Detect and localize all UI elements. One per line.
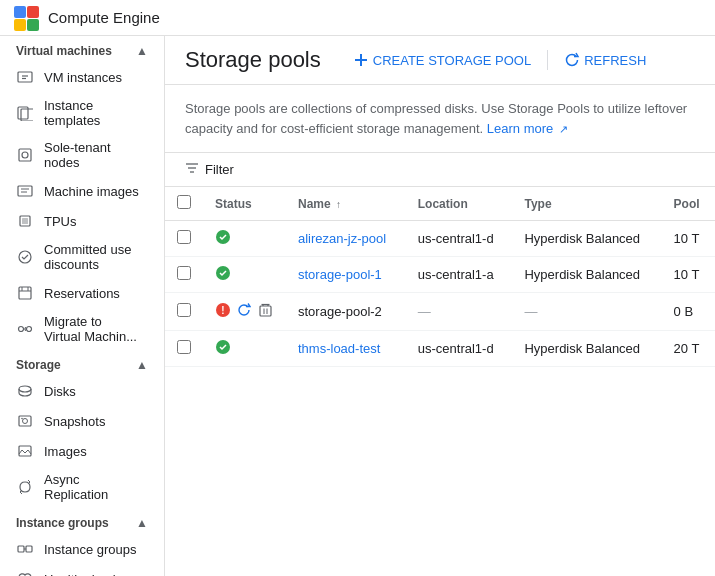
migrate-icon [16,320,34,338]
create-storage-pool-button[interactable]: CREATE STORAGE POOL [341,46,543,74]
sidebar-item-vm-instances[interactable]: VM instances [0,62,156,92]
row-checkbox[interactable] [177,303,191,317]
svg-rect-2 [14,19,26,31]
name-column-header[interactable]: Name ↑ [286,187,406,221]
sidebar-item-label: TPUs [44,214,77,229]
pool-cell: 0 B [662,293,715,331]
storage-pool-link[interactable]: thms-load-test [298,341,380,356]
sidebar-item-images[interactable]: Images [0,436,156,466]
name-cell: alirezan-jz-pool [286,221,406,257]
refresh-row-icon[interactable] [235,301,253,322]
select-all-header[interactable] [165,187,203,221]
storage-pools-table: Status Name ↑ Location Type [165,187,715,367]
sidebar-item-sole-tenant[interactable]: Sole-tenant nodes [0,134,156,176]
chevron-up-icon: ▲ [136,516,148,530]
sidebar-section-instance-groups: Instance groups ▲ [0,508,164,534]
svg-rect-9 [19,149,31,161]
svg-point-27 [21,418,23,420]
location-cell: us-central1-d [406,221,513,257]
svg-rect-25 [19,416,31,426]
status-ok-icon [215,339,231,358]
name-cell: thms-load-test [286,331,406,367]
machine-image-icon [16,182,34,200]
sidebar-item-label: Sole-tenant nodes [44,140,140,170]
add-icon [353,52,369,68]
commit-icon [16,248,34,266]
row-checkbox-cell [165,257,203,293]
svg-rect-4 [18,72,32,82]
svg-point-22 [27,327,32,332]
main-content: Storage pools CREATE STORAGE POOL REFRES… [165,36,715,576]
svg-rect-17 [19,287,31,299]
sole-icon [16,146,34,164]
status-cell [203,257,286,293]
row-checkbox[interactable] [177,266,191,280]
sidebar: Virtual machines ▲ VM instances Instance… [0,36,165,576]
storage-pool-link[interactable]: storage-pool-1 [298,267,382,282]
row-checkbox[interactable] [177,340,191,354]
pool-cell: 20 T [662,331,715,367]
sidebar-section-storage: Storage ▲ [0,350,164,376]
table-row: thms-load-testus-central1-dHyperdisk Bal… [165,331,715,367]
app-logo [12,4,40,32]
sidebar-item-health-checks[interactable]: Health checks [0,564,156,576]
filter-label: Filter [205,162,234,177]
name-cell: storage-pool-1 [286,257,406,293]
storage-pool-link[interactable]: alirezan-jz-pool [298,231,386,246]
page-header: Storage pools CREATE STORAGE POOL REFRES… [165,36,715,85]
sort-asc-icon: ↑ [336,199,341,210]
svg-point-16 [19,251,31,263]
health-icon [16,570,34,576]
sidebar-item-async-replication[interactable]: Async Replication [0,466,156,508]
status-cell [203,331,286,367]
type-cell: Hyperdisk Balanced [512,257,661,293]
table-row: storage-pool-1us-central1-aHyperdisk Bal… [165,257,715,293]
learn-more-link[interactable]: Learn more ↗ [487,121,568,136]
sidebar-item-instance-groups[interactable]: Instance groups [0,534,156,564]
table-row: alirezan-jz-poolus-central1-dHyperdisk B… [165,221,715,257]
type-cell: Hyperdisk Balanced [512,221,661,257]
sidebar-item-instance-templates[interactable]: Instance templates [0,92,156,134]
sidebar-item-machine-images[interactable]: Machine images [0,176,156,206]
app-title: Compute Engine [48,9,160,26]
svg-point-21 [19,327,24,332]
svg-rect-48 [260,306,271,316]
type-cell: — [512,293,661,331]
select-all-checkbox[interactable] [177,195,191,209]
sidebar-item-label: Reservations [44,286,120,301]
row-checkbox-cell [165,331,203,367]
page-description: Storage pools are collections of compres… [165,85,715,153]
svg-text:!: ! [221,305,224,316]
row-checkbox[interactable] [177,230,191,244]
svg-rect-30 [26,546,32,552]
group-icon [16,540,34,558]
sidebar-item-snapshots[interactable]: Snapshots [0,406,156,436]
sidebar-item-reservations[interactable]: Reservations [0,278,156,308]
filter-icon [185,161,199,178]
type-column-header: Type [512,187,661,221]
svg-rect-15 [22,218,28,224]
sidebar-item-disks[interactable]: Disks [0,376,156,406]
sidebar-item-label: Migrate to Virtual Machin... [44,314,140,344]
svg-rect-40 [355,59,367,61]
row-checkbox-cell [165,293,203,331]
sidebar-item-label: Instance templates [44,98,140,128]
status-ok-icon [215,229,231,248]
status-cell: ! [203,293,286,331]
refresh-button[interactable]: REFRESH [552,46,658,74]
page-title: Storage pools [185,47,321,73]
async-icon [16,478,34,496]
location-column-header: Location [406,187,513,221]
disk-icon [16,382,34,400]
table-row: !storage-pool-2——0 B [165,293,715,331]
sidebar-item-label: Instance groups [44,542,137,557]
sidebar-item-tpus[interactable]: TPUs [0,206,156,236]
template-icon [16,104,34,122]
status-ok-icon [215,265,231,284]
delete-row-icon[interactable] [257,301,274,322]
sidebar-item-migrate[interactable]: Migrate to Virtual Machin... [0,308,156,350]
sidebar-item-label: Async Replication [44,472,140,502]
sidebar-item-label: Images [44,444,87,459]
sidebar-item-committed-use[interactable]: Committed use discounts [0,236,156,278]
sidebar-item-label: Machine images [44,184,139,199]
